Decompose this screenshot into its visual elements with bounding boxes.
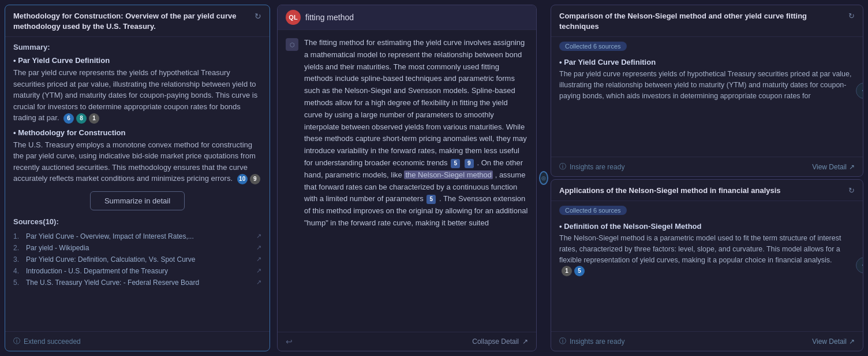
right-card-2-footer: ⓘ Insights are ready View Detail ↗	[551, 331, 863, 351]
connector-area: ◎	[539, 0, 548, 356]
left-panel-body: Summary: • Par Yield Curve Definition Th…	[5, 37, 270, 331]
right-column: Comparison of the Nelson-Siegel method a…	[551, 5, 863, 351]
chat-body: ⬡ The fitting method for estimating the …	[278, 30, 536, 332]
external-link-icon-4[interactable]: ↗	[256, 267, 261, 275]
bullet-heading-1: • Par Yield Curve Definition	[13, 56, 261, 65]
arrow-icon-1: ↗	[849, 163, 855, 171]
reply-icon: ↩	[286, 337, 293, 346]
right-card-2-header: Applications of the Nelson-Siegel method…	[551, 180, 863, 201]
right-bullet-heading-1: • Par Yield Curve Definition	[559, 58, 855, 66]
status-icon: ⓘ	[13, 336, 20, 346]
external-link-icon-3[interactable]: ↗	[256, 255, 261, 263]
source-item-5: 5. The U.S. Treasury Yield Curve: - Fede…	[13, 277, 261, 288]
share-icon-2: <	[862, 261, 863, 269]
badge-1: 1	[89, 113, 99, 124]
right-card-1-title: Comparison of the Nelson-Siegel method a…	[559, 11, 844, 32]
inline-badge-5a: 5	[451, 159, 460, 168]
left-panel: Methodology for Construction: Overview o…	[5, 5, 270, 351]
right-card-2: Applications of the Nelson-Siegel method…	[551, 179, 863, 351]
source-item-1: 1. Par Yield Curve - Overview, Impact of…	[13, 231, 261, 242]
source-item-3: 3. Par Yield Curve: Definition, Calculat…	[13, 254, 261, 265]
badge-9: 9	[250, 174, 260, 184]
ai-icon: ⬡	[286, 38, 298, 51]
right-card-2-body: Collected 6 sources • Definition of the …	[551, 201, 863, 331]
view-detail-button-1[interactable]: View Detail ↗	[812, 163, 855, 171]
right-badge-1: 1	[562, 266, 572, 276]
chat-header: QL fitting method	[278, 5, 536, 30]
highlighted-text: the Nelson-Siegel method	[404, 170, 493, 179]
chat-query-text: fitting method	[305, 13, 354, 22]
arrow-icon-2: ↗	[849, 338, 855, 346]
right-bullet-heading-2: • Definition of the Nelson-Siegel Method	[559, 222, 855, 231]
badge-6: 6	[63, 113, 74, 124]
collected-badge-1: Collected 6 sources	[559, 42, 627, 51]
right-body-text-1: The par yield curve represents yields of…	[559, 69, 855, 101]
right-card-1-body: Collected 6 sources • Par Yield Curve De…	[551, 37, 863, 157]
left-panel-footer: ⓘ Extend succeeded	[5, 331, 270, 351]
info-icon-1: ⓘ	[559, 162, 566, 172]
left-panel-title: Methodology for Construction: Overview o…	[13, 11, 250, 32]
right-badge-5: 5	[574, 266, 585, 276]
inline-badge-9: 9	[465, 159, 474, 168]
right-badge-group-2: 1 5	[562, 266, 585, 276]
insights-ready-2: ⓘ Insights are ready	[559, 336, 624, 346]
chat-footer: ↩ Collapse Detail ↗	[278, 332, 536, 351]
summarize-button[interactable]: Summarize in detail	[90, 191, 185, 210]
left-panel-header: Methodology for Construction: Overview o…	[5, 5, 270, 37]
badge-10: 10	[237, 174, 248, 184]
share-icon-1: <	[862, 87, 863, 95]
summary-text-2: The U.S. Treasury employs a monotone con…	[13, 139, 261, 184]
badge-group-1: 6 8 1	[63, 113, 99, 124]
external-link-icon-2[interactable]: ↗	[256, 244, 261, 251]
info-icon-2: ⓘ	[559, 336, 566, 346]
inline-badge-5b: 5	[426, 195, 436, 204]
summary-text-1: The par yield curve represents the yield…	[13, 67, 261, 124]
badge-group-2: 10 9	[237, 174, 260, 184]
source-item-2: 2. Par yield - Wikipedia ↗	[13, 242, 261, 254]
collapse-detail-button[interactable]: Collapse Detail ↗	[472, 338, 528, 346]
sources-label: Sources(10):	[13, 217, 261, 226]
view-detail-button-2[interactable]: View Detail ↗	[812, 338, 855, 346]
external-link-icon-5[interactable]: ↗	[256, 279, 261, 286]
right-card-1-footer: ⓘ Insights are ready View Detail ↗	[551, 157, 863, 176]
insights-ready-1: ⓘ Insights are ready	[559, 162, 624, 172]
ai-text: The fitting method for estimating the yi…	[304, 37, 528, 229]
external-link-icon-1[interactable]: ↗	[256, 232, 261, 240]
source-list: 1. Par Yield Curve - Overview, Impact of…	[13, 231, 261, 288]
refresh-icon-card2[interactable]: ↻	[848, 186, 855, 195]
refresh-icon-card1[interactable]: ↻	[848, 12, 855, 20]
summary-label: Summary:	[13, 43, 261, 51]
chat-user-row: QL fitting method	[282, 5, 532, 29]
connector-node: ◎	[539, 171, 548, 185]
source-item-4: 4. Introduction - U.S. Department of the…	[13, 265, 261, 277]
right-body-text-2: The Nelson-Siegel method is a parametric…	[559, 233, 855, 276]
user-avatar: QL	[286, 10, 301, 25]
ai-message: ⬡ The fitting method for estimating the …	[286, 37, 528, 229]
right-card-1-header: Comparison of the Nelson-Siegel method a…	[551, 5, 863, 37]
right-card-1-actions: ↻	[848, 12, 855, 20]
middle-panel: QL fitting method ⬡ The fitting method f…	[277, 5, 537, 351]
bullet-heading-2: • Methodology for Construction	[13, 128, 261, 137]
badge-8: 8	[76, 113, 87, 124]
right-card-1: Comparison of the Nelson-Siegel method a…	[551, 5, 863, 177]
refresh-icon[interactable]: ↻	[255, 12, 261, 21]
status-text: Extend succeeded	[24, 338, 81, 346]
collapse-icon: ↗	[522, 338, 528, 346]
right-card-2-actions: ↻	[848, 186, 855, 195]
right-card-2-title: Applications of the Nelson-Siegel method…	[559, 186, 844, 196]
collected-badge-2: Collected 6 sources	[559, 206, 627, 215]
